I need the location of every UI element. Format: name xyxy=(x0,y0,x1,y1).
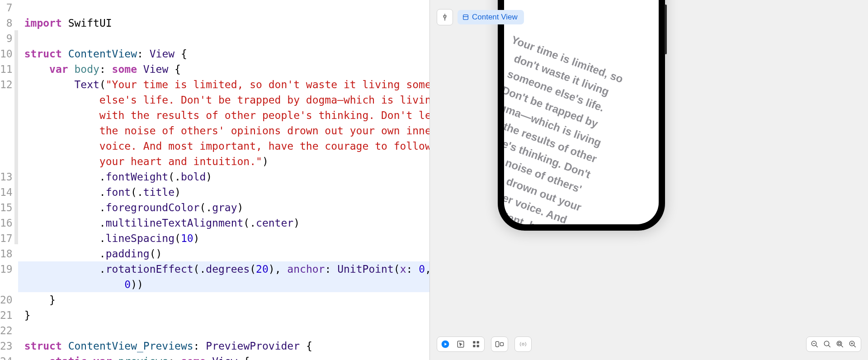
line-number: 16 xyxy=(0,215,13,231)
svg-point-17 xyxy=(837,341,842,346)
code-line[interactable]: your heart and intuition.") xyxy=(18,154,429,169)
line-number xyxy=(0,154,13,169)
code-line[interactable] xyxy=(18,31,429,46)
broadcast-icon xyxy=(519,340,527,348)
code-line[interactable]: .fontWeight(.bold) xyxy=(18,169,429,185)
preview-bottom-toolbar-left xyxy=(437,336,532,352)
line-number: 10 xyxy=(0,46,13,62)
code-token: . xyxy=(24,246,106,261)
code-token xyxy=(112,354,118,360)
svg-rect-8 xyxy=(477,345,479,347)
selectable-preview-button[interactable] xyxy=(455,339,466,350)
svg-rect-10 xyxy=(500,342,503,346)
code-line[interactable]: else's life. Don't be trapped by dogma—w… xyxy=(18,92,429,108)
code-line[interactable]: struct ContentView_Previews: PreviewProv… xyxy=(18,338,429,354)
device-settings-button[interactable] xyxy=(494,339,505,350)
code-token: View xyxy=(212,354,237,360)
code-token: voice. And most important, have the cour… xyxy=(24,138,429,154)
code-token: () xyxy=(150,246,162,261)
device-side-button xyxy=(665,5,667,54)
code-token xyxy=(87,354,93,360)
code-token: 20 xyxy=(256,261,269,277)
code-line[interactable]: .padding() xyxy=(18,246,429,261)
code-token xyxy=(68,62,75,77)
code-line[interactable]: with the results of other people's think… xyxy=(18,108,429,123)
zoom-out-button[interactable] xyxy=(809,339,820,350)
code-token: SwiftUI xyxy=(62,15,112,31)
line-number: 24 xyxy=(0,354,13,360)
code-line[interactable] xyxy=(18,0,429,15)
svg-rect-9 xyxy=(495,341,499,346)
line-number: 21 xyxy=(0,308,13,323)
line-number: 19 xyxy=(0,261,13,277)
code-line[interactable]: Text("Your time is limited, so don't was… xyxy=(18,77,429,92)
content-view-label: Content View xyxy=(472,13,518,22)
code-line[interactable]: voice. And most important, have the cour… xyxy=(18,138,429,154)
code-line[interactable]: 0)) xyxy=(18,277,429,292)
play-circle-icon xyxy=(441,340,450,349)
code-line[interactable]: .font(.title) xyxy=(18,185,429,200)
content-view-selector[interactable]: Content View xyxy=(458,10,524,24)
code-token: 0 xyxy=(419,261,425,277)
code-token: static xyxy=(49,354,87,360)
code-line[interactable]: .foregroundColor(.gray) xyxy=(18,200,429,215)
code-token: center xyxy=(256,215,293,231)
line-number: 14 xyxy=(0,185,13,200)
code-token xyxy=(62,338,68,354)
code-token: ), xyxy=(269,261,288,277)
code-line[interactable]: static var previews: some View { xyxy=(18,354,429,360)
preview-on-device-button[interactable] xyxy=(518,339,528,350)
code-editor-pane[interactable]: 78910111213141516171819202122232425 impo… xyxy=(0,0,429,360)
code-line[interactable]: the noise of others' opinions drown out … xyxy=(18,123,429,138)
code-line[interactable]: var body: some View { xyxy=(18,62,429,77)
code-line[interactable]: import SwiftUI xyxy=(18,15,429,31)
line-number: 15 xyxy=(0,200,13,215)
code-token: x xyxy=(400,261,406,277)
code-token: Text xyxy=(74,77,99,92)
live-preview-button[interactable] xyxy=(440,339,451,350)
code-line[interactable]: .rotationEffect(.degrees(20), anchor: Un… xyxy=(18,261,429,277)
code-token: : xyxy=(193,338,206,354)
code-token: var xyxy=(49,62,68,77)
code-text-area[interactable]: import SwiftUIstruct ContentView: View {… xyxy=(18,0,429,360)
code-token: : xyxy=(325,261,337,277)
zoom-fit-button[interactable] xyxy=(835,339,845,350)
code-line[interactable]: } xyxy=(18,308,429,323)
code-token: ( xyxy=(175,231,181,246)
code-line[interactable]: .lineSpacing(10) xyxy=(18,231,429,246)
code-token: PreviewProvider xyxy=(206,338,300,354)
pin-preview-button[interactable] xyxy=(437,9,453,25)
code-token: "Your time is limited, so don't waste it… xyxy=(106,77,429,92)
svg-line-21 xyxy=(854,345,856,347)
code-token xyxy=(62,46,68,62)
svg-rect-6 xyxy=(477,341,479,343)
line-number: 12 xyxy=(0,77,13,92)
device-preview-frame: Your time is limited, so don't waste it … xyxy=(498,0,665,231)
code-line[interactable]: } xyxy=(18,292,429,308)
code-token: gray xyxy=(212,200,237,215)
code-token: ( xyxy=(99,77,106,92)
zoom-actual-button[interactable] xyxy=(822,339,833,350)
code-token: View xyxy=(150,46,175,62)
zoom-in-button[interactable] xyxy=(847,339,858,350)
line-number: 23 xyxy=(0,338,13,354)
code-line[interactable]: .multilineTextAlignment(.center) xyxy=(18,215,429,231)
code-token: : xyxy=(137,46,150,62)
code-token: the noise of others' opinions drown out … xyxy=(24,123,429,138)
code-token: (. xyxy=(168,169,181,185)
code-token: View xyxy=(143,62,168,77)
code-token: ) xyxy=(175,185,181,200)
line-number: 8 xyxy=(0,15,13,31)
line-number: 13 xyxy=(0,169,13,185)
code-token: { xyxy=(237,354,250,360)
svg-point-11 xyxy=(522,343,524,346)
line-number xyxy=(0,108,13,123)
line-number-gutter: 78910111213141516171819202122232425 xyxy=(0,0,18,360)
code-line[interactable] xyxy=(18,323,429,338)
code-line[interactable]: struct ContentView: View { xyxy=(18,46,429,62)
variants-preview-button[interactable] xyxy=(471,339,481,350)
device-screen[interactable]: Your time is limited, so don't waste it … xyxy=(504,0,659,224)
device-settings-icon xyxy=(495,340,504,348)
code-token: ContentView xyxy=(68,46,137,62)
code-token: UnitPoint xyxy=(337,261,394,277)
